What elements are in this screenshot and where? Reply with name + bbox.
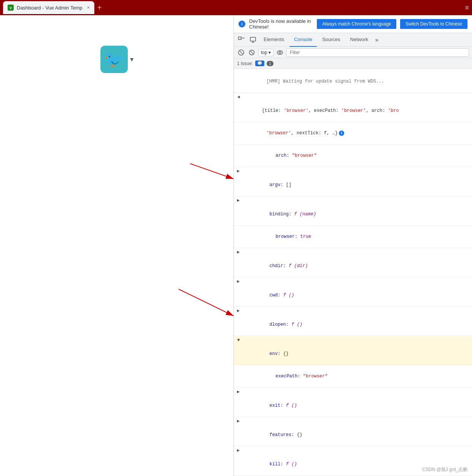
svg-rect-7: [252, 42, 254, 43]
device-icon[interactable]: [248, 35, 258, 45]
page-icon-row: 🐦 ▾: [100, 46, 133, 73]
devtools-notification: i DevTools is now available in Chinese! …: [234, 15, 472, 33]
devtools-tabs-toolbar: Elements Console Sources Network »: [234, 33, 472, 47]
console-line-obj1-header2: 'browser', nextTick: f, …}i: [234, 122, 472, 145]
chevron-expand-icon[interactable]: ▼: [235, 96, 242, 98]
svg-point-13: [279, 51, 281, 53]
clear-console-button[interactable]: [237, 48, 245, 57]
chevron-cwd-icon[interactable]: ▶: [237, 278, 240, 285]
console-line-exit[interactable]: ▶ exit: f (): [234, 388, 472, 417]
switch-devtools-button[interactable]: Switch DevTools to Chinese: [400, 19, 467, 29]
tab-sources[interactable]: Sources: [318, 33, 345, 47]
page-dropdown-icon[interactable]: ▾: [130, 55, 133, 64]
svg-point-12: [277, 51, 283, 54]
notification-info-icon: i: [238, 21, 245, 27]
live-expressions-button[interactable]: [276, 48, 284, 57]
chevron-chdir-icon[interactable]: ▶: [237, 249, 240, 256]
active-tab[interactable]: v Dashboard - Vue Admin Temp ×: [3, 1, 94, 14]
issues-chat-icon[interactable]: 💬: [255, 60, 264, 66]
chevron-dlopen-icon[interactable]: ▶: [237, 307, 240, 314]
svg-line-2: [190, 164, 234, 179]
page-icon: 🐦: [100, 46, 128, 73]
console-line-features[interactable]: ▶ features: {}: [234, 417, 472, 446]
new-tab-button[interactable]: +: [97, 3, 102, 12]
chevron-argv-icon[interactable]: ▶: [237, 168, 240, 175]
chevron-binding-icon[interactable]: ▶: [237, 197, 240, 204]
info-icon[interactable]: i: [339, 131, 344, 136]
match-language-button[interactable]: Always match Chrome's language: [317, 19, 396, 29]
issues-label: 1 Issue:: [237, 61, 253, 66]
svg-rect-6: [250, 37, 256, 41]
console-line-cwd[interactable]: ▶ cwd: f (): [234, 277, 472, 307]
tab-elements[interactable]: Elements: [259, 33, 289, 47]
hamburger-icon: ≡: [465, 4, 469, 11]
console-line-obj1-header[interactable]: ▼ {title: 'browser', execPath: 'browser'…: [234, 93, 472, 122]
notification-text: DevTools is now available in Chinese!: [249, 18, 313, 30]
console-line-argv[interactable]: ▶ argv: []: [234, 167, 472, 196]
console-line-browser: browser: true: [234, 226, 472, 248]
svg-line-9: [240, 51, 243, 54]
no-icon[interactable]: [248, 48, 256, 57]
tab-close-button[interactable]: ×: [87, 5, 90, 10]
svg-line-3: [179, 289, 234, 316]
tab-title: Dashboard - Vue Admin Temp: [17, 5, 83, 11]
arrow-overlay: [0, 15, 234, 476]
console-toolbar: top ▾: [234, 47, 472, 58]
tab-favicon: v: [8, 5, 14, 11]
console-line-binding[interactable]: ▶ binding: f (name): [234, 196, 472, 226]
issues-bar: 1 Issue: 💬 1: [234, 58, 472, 69]
console-line-hmr: [HMR] Waiting for update signal from WDS…: [234, 70, 472, 93]
tab-network[interactable]: Network: [346, 33, 373, 47]
menu-icon[interactable]: ≡: [465, 4, 469, 12]
chevron-features-icon[interactable]: ▶: [237, 418, 240, 425]
console-output: [HMR] Waiting for update signal from WDS…: [234, 69, 472, 476]
chevron-kill-icon[interactable]: ▶: [237, 447, 240, 454]
title-bar: v Dashboard - Vue Admin Temp × + ≡: [0, 0, 472, 15]
chevron-env-icon[interactable]: ▶: [235, 339, 242, 341]
watermark: CSDN @殷J grd_志鹏: [422, 466, 467, 473]
inspect-icon[interactable]: [236, 35, 247, 45]
devtools-panel: i DevTools is now available in Chinese! …: [234, 15, 472, 476]
main-area: 🐦 ▾ i Dev: [0, 15, 472, 476]
context-selector[interactable]: top ▾: [258, 49, 273, 56]
console-line-dlopen[interactable]: ▶ dlopen: f (): [234, 307, 472, 336]
tab-console[interactable]: Console: [289, 33, 317, 47]
svg-rect-4: [238, 37, 241, 40]
issues-count-badge: 1: [267, 61, 273, 66]
context-dropdown-icon: ▾: [269, 50, 271, 55]
chevron-exit-icon[interactable]: ▶: [237, 388, 240, 395]
more-tabs-icon[interactable]: »: [373, 37, 380, 43]
console-line-env[interactable]: ▶ env: {}: [234, 336, 472, 365]
svg-line-11: [250, 51, 253, 54]
filter-input[interactable]: [286, 48, 469, 57]
console-line-chdir[interactable]: ▶ chdir: f (dir): [234, 248, 472, 277]
console-line-execpath: execPath: "browser": [234, 365, 472, 388]
console-line-arch: arch: "browser": [234, 145, 472, 167]
page-area: 🐦 ▾: [0, 15, 234, 476]
